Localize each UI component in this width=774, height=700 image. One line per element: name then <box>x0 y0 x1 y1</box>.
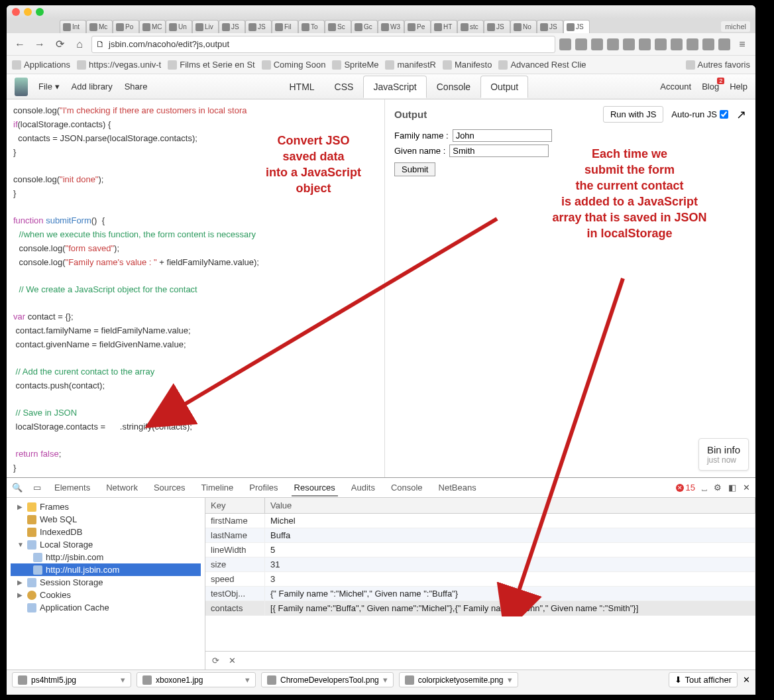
refresh-icon[interactable]: ⟳ <box>212 656 219 666</box>
tree-ls-jsbin[interactable]: http://jsbin.com <box>11 551 201 563</box>
storage-row[interactable]: testObj...{" Family name ":"Michel"," Gi… <box>205 587 755 601</box>
console-drawer-icon[interactable]: ⎵ <box>702 483 707 493</box>
browser-tab[interactable]: HT <box>431 20 457 33</box>
jsbin-menu-item[interactable]: Add library <box>72 82 113 91</box>
bookmark-item[interactable]: Manifesto <box>443 60 492 70</box>
settings-gear-icon[interactable]: ⚙ <box>714 483 722 493</box>
browser-tab[interactable]: MC <box>139 20 166 33</box>
run-with-js-button[interactable]: Run with JS <box>603 106 663 123</box>
forward-button[interactable]: → <box>32 36 48 52</box>
devtools-tab-elements[interactable]: Elements <box>52 479 93 496</box>
browser-tab[interactable]: JS <box>245 20 272 33</box>
bookmark-item[interactable]: manifestR <box>385 60 436 70</box>
resources-tree[interactable]: ▶Frames Web SQL IndexedDB ▼Local Storage… <box>7 498 205 670</box>
devtools-tab-resources[interactable]: Resources <box>292 479 338 496</box>
browser-tab[interactable]: Po <box>113 20 139 33</box>
close-window-icon[interactable] <box>12 8 20 16</box>
tree-websql[interactable]: Web SQL <box>11 513 201 526</box>
help-link[interactable]: Help <box>730 82 747 91</box>
bookmark-item[interactable]: Films et Serie en St <box>168 60 254 70</box>
reload-button[interactable]: ⟳ <box>52 36 68 52</box>
jsbin-menu-item[interactable]: File ▾ <box>38 82 60 91</box>
account-link[interactable]: Account <box>660 82 691 91</box>
extension-icon[interactable] <box>639 38 651 50</box>
devtools-tab-audits[interactable]: Audits <box>349 479 378 496</box>
extension-icon[interactable] <box>718 38 730 50</box>
col-value[interactable]: Value <box>265 498 755 513</box>
popout-icon[interactable]: ↗ <box>736 107 746 122</box>
browser-tab[interactable]: JS <box>484 20 510 33</box>
storage-row[interactable]: lastNameBuffa <box>205 528 755 543</box>
storage-row[interactable]: firstNameMichel <box>205 514 755 528</box>
extension-icon[interactable] <box>702 38 714 50</box>
extension-icon[interactable] <box>655 38 667 50</box>
storage-row[interactable]: size31 <box>205 557 755 572</box>
bookmark-item[interactable]: https://vegas.univ-t <box>77 60 161 70</box>
close-icon[interactable]: ✕ <box>743 483 750 493</box>
devtools-tab-timeline[interactable]: Timeline <box>199 479 237 496</box>
autorun-toggle[interactable]: Auto-run JS <box>671 109 728 119</box>
bookmark-folder[interactable]: Autres favoris <box>686 60 750 70</box>
devtools-tab-network[interactable]: Network <box>103 479 140 496</box>
browser-tab[interactable]: stc <box>457 20 484 33</box>
extension-icon[interactable] <box>559 38 571 50</box>
tree-ls-null-jsbin[interactable]: http://null.jsbin.com <box>11 563 201 576</box>
storage-row[interactable]: lineWidth5 <box>205 543 755 557</box>
maximize-window-icon[interactable] <box>36 8 44 16</box>
search-icon[interactable]: 🔍 <box>12 483 23 493</box>
back-button[interactable]: ← <box>12 36 28 52</box>
dock-icon[interactable]: ◧ <box>728 483 736 493</box>
submit-button[interactable]: Submit <box>394 162 435 176</box>
browser-tab[interactable]: Gc <box>351 20 378 33</box>
tree-appcache[interactable]: Application Cache <box>11 601 201 614</box>
tree-sessionstorage[interactable]: ▶Session Storage <box>11 576 201 589</box>
error-count[interactable]: ✕15 <box>676 483 695 493</box>
browser-tab[interactable]: To <box>298 20 325 33</box>
extension-icon[interactable] <box>687 38 698 50</box>
bookmark-item[interactable]: Applications <box>12 60 70 70</box>
col-key[interactable]: Key <box>205 498 265 513</box>
blog-link[interactable]: Blog2 <box>702 82 719 91</box>
browser-tab[interactable]: No <box>510 20 537 33</box>
show-all-downloads-button[interactable]: ⬇Tout afficher <box>669 672 738 687</box>
tree-localstorage[interactable]: ▼Local Storage <box>11 538 201 551</box>
browser-tab[interactable]: Liv <box>192 20 219 33</box>
devtools-tab-netbeans[interactable]: NetBeans <box>436 479 479 496</box>
download-chip[interactable]: ps4html5.jpg▾ <box>12 672 131 687</box>
browser-tab[interactable]: Fil <box>272 20 298 33</box>
close-downloads-icon[interactable]: ✕ <box>743 675 750 685</box>
home-button[interactable]: ⌂ <box>72 36 87 52</box>
minimize-window-icon[interactable] <box>24 8 32 16</box>
devtools-tab-console[interactable]: Console <box>388 479 425 496</box>
extension-icon[interactable] <box>623 38 635 50</box>
address-bar[interactable]: 🗋 jsbin.com/nacoho/edit?js,output <box>91 36 555 53</box>
download-chip[interactable]: xboxone1.jpg▾ <box>137 672 256 687</box>
browser-tab[interactable]: Pe <box>404 20 431 33</box>
browser-tab[interactable]: Int <box>60 20 86 33</box>
devtools-tab-sources[interactable]: Sources <box>151 479 188 496</box>
storage-row[interactable]: contacts[{ Family name":"Buffa"," Given … <box>205 601 755 616</box>
panel-tab-output[interactable]: Output <box>480 76 528 98</box>
download-chip[interactable]: colorpicketyosemite.png▾ <box>399 672 518 687</box>
browser-tab[interactable]: Sc <box>325 20 351 33</box>
extension-icon[interactable] <box>591 38 603 50</box>
browser-tab[interactable]: JS <box>537 20 563 33</box>
bookmark-item[interactable]: Coming Soon <box>262 60 326 70</box>
extension-icon[interactable] <box>607 38 619 50</box>
browser-tab[interactable]: W3 <box>378 20 404 33</box>
profile-chip[interactable]: michel <box>721 21 750 32</box>
bin-info-panel[interactable]: Bin info just now <box>698 438 749 471</box>
tree-cookies[interactable]: ▶Cookies <box>11 589 201 601</box>
panel-tab-html[interactable]: HTML <box>279 76 324 98</box>
extension-icon[interactable] <box>671 38 683 50</box>
bookmark-item[interactable]: SpriteMe <box>332 60 378 70</box>
tree-frames[interactable]: ▶Frames <box>11 500 201 513</box>
panel-tab-console[interactable]: Console <box>427 76 480 98</box>
bookmark-item[interactable]: Advanced Rest Clie <box>498 60 586 70</box>
menu-icon[interactable]: ≡ <box>734 36 750 52</box>
extension-icon[interactable] <box>575 38 587 50</box>
panel-tab-css[interactable]: CSS <box>325 76 364 98</box>
storage-row[interactable]: speed3 <box>205 572 755 587</box>
device-icon[interactable]: ▭ <box>33 483 41 493</box>
browser-tab[interactable]: Un <box>166 20 192 33</box>
